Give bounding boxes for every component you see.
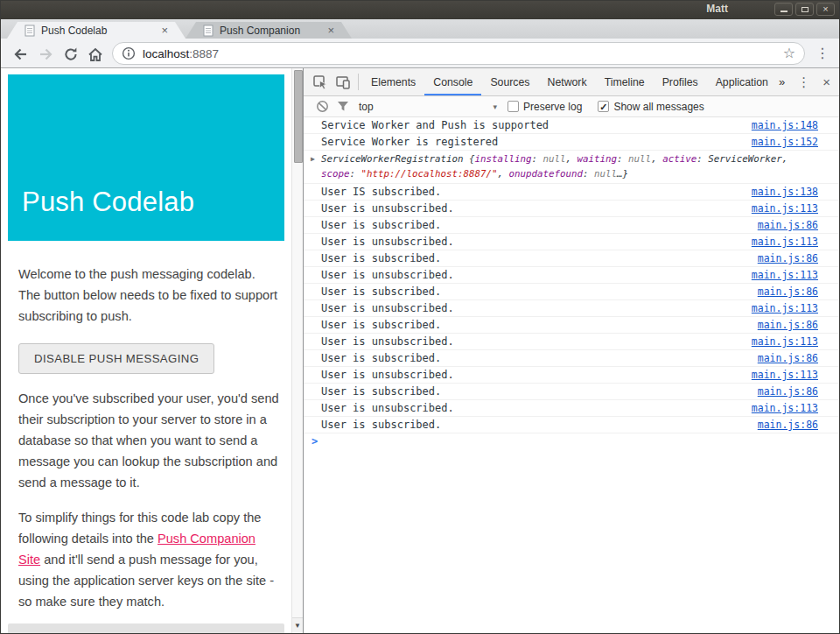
address-bar[interactable]: localhost:8887 ☆ xyxy=(112,42,805,65)
intro-paragraph: Welcome to the push messaging codelab. T… xyxy=(18,264,280,327)
browser-menu-icon[interactable]: ⋮ xyxy=(816,46,830,61)
console-source-link[interactable]: main.js:86 xyxy=(758,384,818,399)
devtools-toolbar: ElementsConsoleSourcesNetworkTimelinePro… xyxy=(304,68,839,96)
console-source-link[interactable]: main.js:86 xyxy=(758,284,818,299)
console-source-link[interactable]: main.js:113 xyxy=(752,400,818,416)
devtools-menu-icon[interactable]: ⋮ xyxy=(797,74,810,90)
execution-context-value: top xyxy=(359,101,374,113)
console-message-text: User is unsubscribed. xyxy=(321,300,741,316)
window-titlebar[interactable]: Matt × xyxy=(0,0,840,19)
console-source-link[interactable]: main.js:138 xyxy=(752,184,818,200)
console-row: User is subscribed.main.js:86 xyxy=(304,284,839,300)
maximize-icon xyxy=(802,7,808,12)
scrollbar-thumb[interactable] xyxy=(294,70,303,163)
window-close-button[interactable]: × xyxy=(816,3,835,16)
console-source-link[interactable]: main.js:113 xyxy=(752,334,818,349)
console-row: User is subscribed.main.js:86 xyxy=(304,417,839,433)
console-source-link[interactable]: main.js:86 xyxy=(758,217,818,233)
console-message-text: User is unsubscribed. xyxy=(321,400,741,416)
reload-icon xyxy=(63,46,79,62)
back-button[interactable] xyxy=(10,45,30,64)
page-title: Push Codelab xyxy=(22,192,194,213)
object-preview[interactable]: ServiceWorkerRegistration {installing: n… xyxy=(321,151,818,181)
clear-console-icon xyxy=(316,100,329,113)
console-source-link[interactable]: main.js:152 xyxy=(752,134,818,150)
devtools-tab-sources[interactable]: Sources xyxy=(481,68,538,95)
console-row: User is unsubscribed.main.js:113 xyxy=(304,201,839,217)
url-text[interactable]: localhost:8887 xyxy=(143,47,783,60)
console-source-link[interactable]: main.js:86 xyxy=(758,417,818,433)
reload-button[interactable] xyxy=(61,45,80,64)
disclosure-triangle-icon[interactable]: ▶ xyxy=(311,151,321,166)
devtools-close-icon[interactable]: × xyxy=(822,74,830,89)
close-icon: × xyxy=(822,4,828,14)
console-row: User is subscribed.main.js:86 xyxy=(304,384,839,400)
scroll-down-icon[interactable]: ▼ xyxy=(292,617,303,633)
clear-console-button[interactable] xyxy=(312,100,332,113)
details-section-partial xyxy=(8,623,284,633)
devtools-tab-timeline[interactable]: Timeline xyxy=(596,68,654,95)
console-source-link[interactable]: main.js:113 xyxy=(752,201,818,216)
node-picker-icon xyxy=(312,74,328,90)
tab-title: Push Companion xyxy=(220,25,322,37)
devtools-tab-profiles[interactable]: Profiles xyxy=(654,68,707,95)
console-source-link[interactable]: main.js:86 xyxy=(758,350,818,366)
window-minimize-button[interactable] xyxy=(774,3,793,16)
window-maximize-button[interactable] xyxy=(795,3,814,16)
inspect-element-button[interactable] xyxy=(309,68,332,95)
url-host: localhost xyxy=(143,47,189,60)
disable-push-messaging-button[interactable]: DISABLE PUSH MESSAGING xyxy=(18,343,214,374)
url-port: :8887 xyxy=(189,47,219,60)
console-source-link[interactable]: main.js:86 xyxy=(758,250,818,266)
prompt-chevron-icon: > xyxy=(312,433,318,449)
console-message-text: User is subscribed. xyxy=(321,250,747,266)
forward-button[interactable] xyxy=(37,45,56,64)
back-arrow-icon xyxy=(11,46,29,63)
console-source-link[interactable]: main.js:113 xyxy=(752,267,818,283)
devtools-tab-console[interactable]: Console xyxy=(424,68,481,95)
page-content: Push Codelab Welcome to the push messagi… xyxy=(1,68,291,633)
paragraph-text: and it'll send a push message for you, u… xyxy=(18,553,274,609)
console-source-link[interactable]: main.js:113 xyxy=(752,300,818,316)
execution-context-select[interactable]: top ▾ xyxy=(359,101,497,113)
preserve-log-checkbox[interactable] xyxy=(508,101,519,112)
forward-arrow-icon xyxy=(38,46,55,63)
companion-paragraph: To simplify things for this code lab cop… xyxy=(18,507,280,612)
more-tabs-icon[interactable]: » xyxy=(779,75,785,88)
device-toolbar-button[interactable] xyxy=(332,68,354,95)
console-row: User is unsubscribed.main.js:113 xyxy=(304,234,839,250)
console-message-text: User is subscribed. xyxy=(321,317,747,333)
tab-title: Push Codelab xyxy=(41,25,156,37)
console-source-link[interactable]: main.js:148 xyxy=(752,117,818,133)
console-row: User is subscribed.main.js:86 xyxy=(304,350,839,367)
console-message-text: User is subscribed. xyxy=(321,217,747,233)
console-source-link[interactable]: main.js:86 xyxy=(758,317,818,333)
console-message-text: User is unsubscribed. xyxy=(321,201,741,216)
filter-button[interactable] xyxy=(332,101,354,112)
page-hero: Push Codelab xyxy=(8,74,284,241)
console-prompt[interactable]: > xyxy=(304,433,839,449)
devtools-tab-bar: ElementsConsoleSourcesNetworkTimelinePro… xyxy=(362,68,777,95)
console-message-text: User is unsubscribed. xyxy=(321,367,741,383)
devtools-tab-network[interactable]: Network xyxy=(539,68,596,95)
page-info-icon[interactable] xyxy=(122,46,136,60)
devtools-tab-application[interactable]: Application xyxy=(707,68,777,95)
tab-close-icon[interactable]: × xyxy=(161,25,168,36)
console-source-link[interactable]: main.js:113 xyxy=(752,367,818,383)
page-scrollbar[interactable]: ▼ xyxy=(291,68,303,634)
browser-tab-push-codelab[interactable]: Push Codelab × xyxy=(7,22,186,39)
show-all-messages-checkbox[interactable]: ✓ xyxy=(598,101,609,112)
console-row: Service Worker is registeredmain.js:152 xyxy=(304,134,839,151)
tab-close-icon[interactable]: × xyxy=(327,25,334,36)
console-message-text: User is unsubscribed. xyxy=(321,334,741,349)
home-button[interactable] xyxy=(86,45,105,64)
bookmark-star-icon[interactable]: ☆ xyxy=(783,46,795,60)
console-row: User is unsubscribed.main.js:113 xyxy=(304,367,839,384)
console-source-link[interactable]: main.js:113 xyxy=(752,234,818,250)
console-row: User is unsubscribed.main.js:113 xyxy=(304,334,839,350)
browser-tab-push-companion[interactable]: Push Companion × xyxy=(186,22,352,39)
console-message-text: User IS subscribed. xyxy=(321,184,741,200)
console-log: Service Worker and Push is supportedmain… xyxy=(304,117,839,634)
devtools-tab-elements[interactable]: Elements xyxy=(362,68,424,95)
browser-window: Matt × Push Codelab × Push Companion × xyxy=(0,0,840,634)
